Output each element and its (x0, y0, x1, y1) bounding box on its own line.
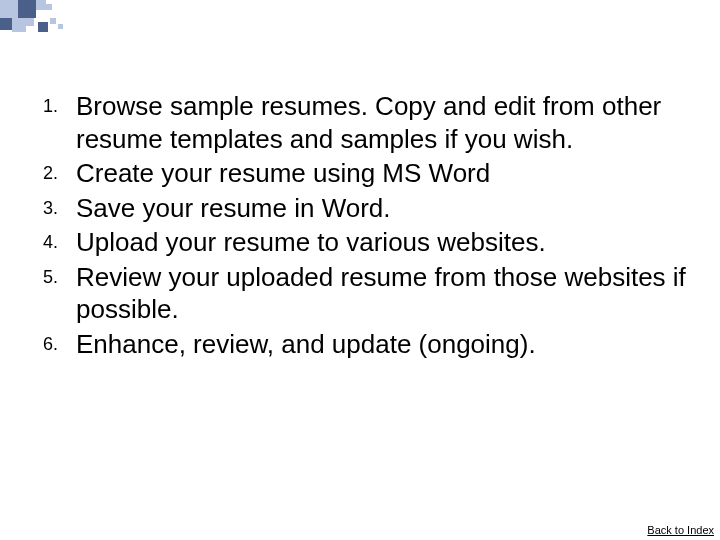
list-text: Enhance, review, and update (ongoing). (62, 328, 698, 361)
list-number: 2. (22, 157, 62, 184)
back-to-index-link[interactable]: Back to Index (647, 524, 714, 536)
list-item: 5. Review your uploaded resume from thos… (22, 261, 698, 326)
list-item: 6. Enhance, review, and update (ongoing)… (22, 328, 698, 361)
numbered-list: 1. Browse sample resumes. Copy and edit … (22, 90, 698, 360)
list-item: 2. Create your resume using MS Word (22, 157, 698, 190)
list-number: 6. (22, 328, 62, 355)
list-text: Review your uploaded resume from those w… (62, 261, 698, 326)
list-text: Create your resume using MS Word (62, 157, 698, 190)
list-text: Save your resume in Word. (62, 192, 698, 225)
list-text: Browse sample resumes. Copy and edit fro… (62, 90, 698, 155)
list-item: 3. Save your resume in Word. (22, 192, 698, 225)
list-item: 1. Browse sample resumes. Copy and edit … (22, 90, 698, 155)
list-number: 1. (22, 90, 62, 117)
list-number: 3. (22, 192, 62, 219)
list-number: 4. (22, 226, 62, 253)
list-text: Upload your resume to various websites. (62, 226, 698, 259)
list-number: 5. (22, 261, 62, 288)
list-item: 4. Upload your resume to various website… (22, 226, 698, 259)
slide-content: 1. Browse sample resumes. Copy and edit … (22, 90, 698, 362)
